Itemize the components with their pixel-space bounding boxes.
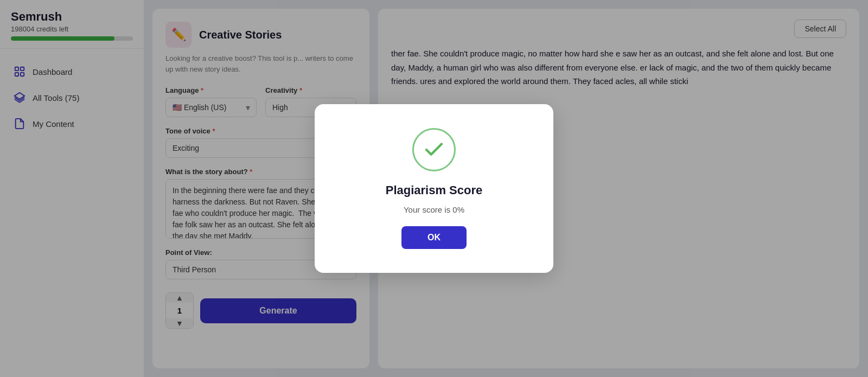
- modal-ok-button[interactable]: OK: [401, 226, 467, 249]
- check-circle-icon: [412, 128, 456, 171]
- modal-score: Your score is 0%: [404, 205, 464, 214]
- modal-title: Plagiarism Score: [386, 183, 483, 197]
- modal-overlay: Plagiarism Score Your score is 0% OK: [0, 0, 868, 377]
- plagiarism-modal: Plagiarism Score Your score is 0% OK: [315, 104, 553, 273]
